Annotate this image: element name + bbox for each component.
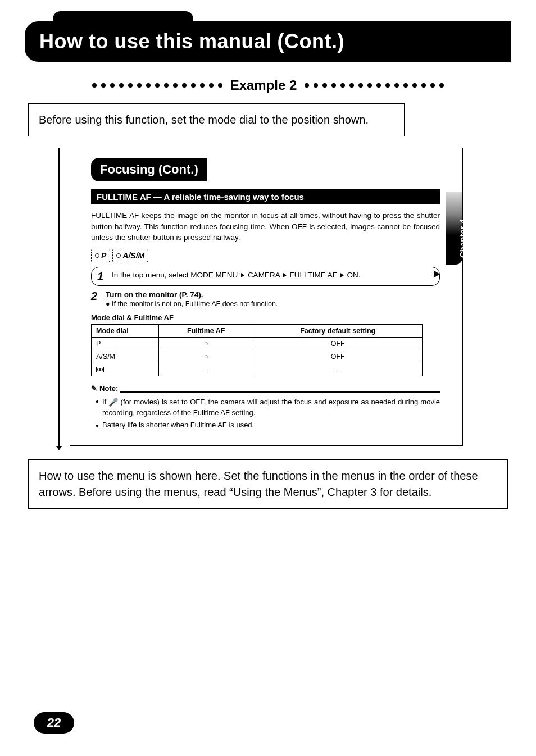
cell: – [253, 363, 423, 376]
page-title: How to use this manual (Cont.) [39, 30, 344, 53]
dots-right [305, 83, 444, 88]
mode-dial-icons: P A/S/M [91, 249, 440, 262]
cell: P [92, 337, 159, 350]
example-label: Example 2 [226, 78, 302, 93]
section-title: Focusing (Cont.) [91, 158, 207, 181]
mode-icon-asm-label: A/S/M [122, 251, 144, 260]
th-default: Factory default setting [253, 324, 423, 337]
callout-bottom: How to use the menu is shown here. Set t… [28, 459, 508, 509]
cell: OFF [253, 337, 423, 350]
arrow-icon [434, 271, 440, 277]
cell-movie-icon [92, 363, 159, 376]
mode-icon-asm: A/S/M [112, 249, 148, 262]
callout-connector [58, 148, 60, 446]
step1-seg-b: CAMERA [248, 271, 280, 279]
table-row: – – [92, 363, 423, 376]
cell: ○ [159, 350, 253, 363]
th-mode: Mode dial [92, 324, 159, 337]
page-number-badge: 22 [34, 712, 74, 734]
arrow-icon [241, 273, 244, 277]
chapter-tab: Chapter 4 [446, 192, 462, 265]
step-1: 1 In the top menu, select MODE MENU CAME… [91, 267, 440, 286]
arrow-icon [283, 273, 287, 277]
fulltime-af-description: FULLTIME AF keeps the image on the monit… [91, 210, 440, 243]
step-2-title: Turn on the monitor (P. 74). [106, 290, 440, 299]
page-header: How to use this manual (Cont.) [25, 11, 511, 62]
arrow-icon [340, 273, 344, 277]
cell: A/S/M [92, 350, 159, 363]
step1-seg-a: In the top menu, select MODE MENU [112, 271, 238, 279]
note-heading: ✎ Note: [91, 384, 440, 393]
cell: – [159, 363, 253, 376]
step-2-sub-text: If the monitor is not on, Fulltime AF do… [112, 300, 278, 308]
note-item: If 🎤 (for movies) is set to OFF, the cam… [96, 396, 440, 418]
step-2-sub: ● If the monitor is not on, Fulltime AF … [106, 300, 440, 308]
mode-fulltime-table: Mode dial Fulltime AF Factory default se… [91, 324, 423, 376]
note1-a: If [102, 398, 108, 406]
embedded-manual-page: Focusing (Cont.) Chapter 4 FULLTIME AF —… [70, 148, 463, 446]
step-number-1: 1 [97, 271, 107, 282]
header-bar: How to use this manual (Cont.) [25, 21, 511, 62]
note-item: Battery life is shorter when Fulltime AF… [96, 420, 440, 431]
pencil-icon: ✎ [91, 384, 97, 393]
chapter-tab-label: Chapter 4 [458, 219, 467, 258]
mode-icon-p: P [91, 249, 110, 262]
th-fulltime: Fulltime AF [159, 324, 253, 337]
note-rule [120, 387, 440, 393]
step1-seg-c: FULLTIME AF [289, 271, 337, 279]
header-tab-decor [53, 11, 193, 21]
mode-icon-p-label: P [101, 251, 106, 260]
table-row: A/S/M ○ OFF [92, 350, 423, 363]
step-2: 2 Turn on the monitor (P. 74). ● If the … [91, 290, 440, 308]
example-heading-row: Example 2 [25, 78, 511, 93]
dots-left [92, 83, 222, 88]
table-caption: Mode dial & Fulltime AF [91, 313, 440, 322]
movie-icon [96, 367, 104, 372]
note-label: Note: [99, 384, 118, 393]
callout-top: Before using this function, set the mode… [28, 103, 405, 136]
step-number-2: 2 [91, 290, 101, 308]
cell: ○ [159, 337, 253, 350]
note1-b: (for movies) is set to OFF, the camera w… [102, 398, 440, 417]
step1-seg-d: ON. [347, 271, 360, 279]
fulltime-af-title: FULLTIME AF — A reliable time-saving way… [91, 189, 440, 204]
microphone-icon: 🎤 [108, 397, 118, 408]
cell: OFF [253, 350, 423, 363]
table-row: P ○ OFF [92, 337, 423, 350]
step-1-text: In the top menu, select MODE MENU CAMERA… [112, 271, 434, 282]
note-list: If 🎤 (for movies) is set to OFF, the cam… [96, 396, 440, 431]
